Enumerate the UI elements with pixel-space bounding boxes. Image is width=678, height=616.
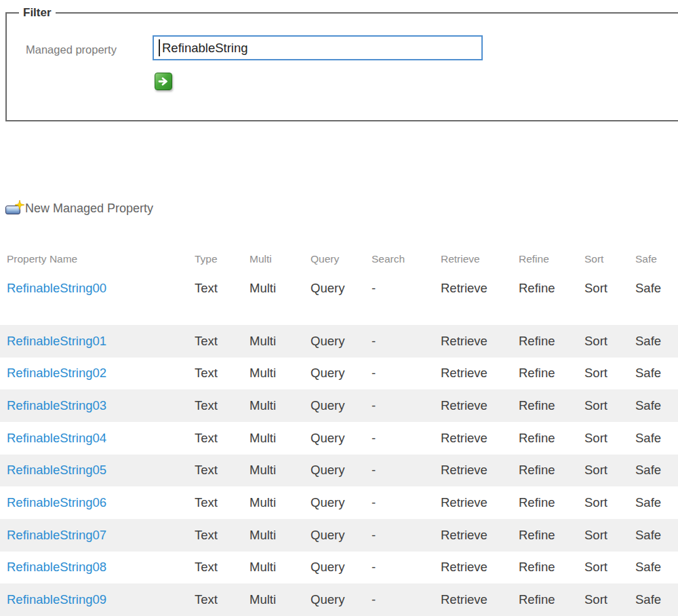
new-managed-property-link[interactable]: New Managed Property [5,201,153,216]
cell-multi: Multi [250,552,311,584]
cell-refine: Refine [519,455,584,487]
cell-safe: Safe [635,455,678,487]
cell-query: Query [311,358,372,390]
new-item-sparkle-icon [5,201,23,216]
property-name-link[interactable]: RefinableString09 [7,592,106,607]
table-row: RefinableString07TextMultiQuery-Retrieve… [0,519,678,552]
managed-properties-table: Property Name Type Multi Query Search Re… [0,246,678,616]
cell-search: - [372,486,441,519]
cell-refine: Refine [519,486,584,519]
cell-multi: Multi [250,486,311,519]
cell-sort: Sort [584,583,635,616]
col-header-multi: Multi [250,246,311,273]
cell-multi: Multi [250,273,311,304]
col-header-query: Query [311,246,372,273]
cell-type: Text [195,552,250,584]
cell-sort: Sort [584,422,635,455]
cell-safe: Safe [635,389,678,422]
property-name-link[interactable]: RefinableString06 [7,495,106,509]
cell-search: - [372,552,441,584]
cell-refine: Refine [519,325,584,358]
cell-retrieve: Retrieve [441,273,519,304]
col-header-type: Type [195,246,250,273]
cell-name: RefinableString01 [0,325,195,358]
cell-safe: Safe [635,325,678,358]
property-name-link[interactable]: RefinableString02 [7,366,106,380]
cell-search: - [372,389,441,422]
cell-safe: Safe [635,422,678,455]
property-name-link[interactable]: RefinableString03 [7,398,106,412]
table-row: RefinableString09TextMultiQuery-Retrieve… [0,583,678,616]
cell-refine: Refine [519,583,584,616]
text-caret [159,39,160,56]
property-name-link[interactable]: RefinableString04 [7,431,106,445]
table-header-row: Property Name Type Multi Query Search Re… [0,246,678,273]
table-row: RefinableString02TextMultiQuery-Retrieve… [0,358,678,390]
col-header-safe: Safe [635,246,678,273]
cell-search: - [372,422,441,455]
cell-safe: Safe [635,273,678,304]
cell-name: RefinableString02 [0,358,195,390]
cell-refine: Refine [519,519,584,552]
cell-name: RefinableString05 [0,455,195,487]
property-name-link[interactable]: RefinableString00 [7,281,106,295]
cell-multi: Multi [250,358,311,390]
cell-sort: Sort [584,486,635,519]
table-row: RefinableString08TextMultiQuery-Retrieve… [0,552,678,584]
table-row: RefinableString04TextMultiQuery-Retrieve… [0,422,678,455]
cell-multi: Multi [250,519,311,552]
cell-safe: Safe [635,486,678,519]
property-name-link[interactable]: RefinableString05 [7,463,106,477]
property-name-link[interactable]: RefinableString08 [7,560,106,574]
managed-properties-page: Filter Managed property New Managed Prop… [0,0,678,616]
cell-retrieve: Retrieve [441,455,519,487]
cell-multi: Multi [250,583,311,616]
cell-name: RefinableString09 [0,583,195,616]
col-header-sort: Sort [584,246,635,273]
cell-query: Query [311,422,372,455]
cell-type: Text [195,486,250,519]
filter-go-button[interactable] [155,73,172,90]
cell-sort: Sort [584,358,635,390]
cell-type: Text [195,519,250,552]
cell-query: Query [311,519,372,552]
cell-refine: Refine [519,389,584,422]
cell-safe: Safe [635,583,678,616]
cell-search: - [372,273,441,304]
cell-search: - [372,519,441,552]
table-row: RefinableString00TextMultiQuery-Retrieve… [0,273,678,304]
cell-sort: Sort [584,325,635,358]
cell-multi: Multi [250,389,311,422]
cell-sort: Sort [584,519,635,552]
cell-retrieve: Retrieve [441,325,519,358]
col-header-property-name: Property Name [0,246,195,273]
managed-property-input[interactable] [153,35,483,60]
cell-query: Query [311,389,372,422]
cell-retrieve: Retrieve [441,519,519,552]
cell-search: - [372,325,441,358]
col-header-retrieve: Retrieve [441,246,519,273]
cell-type: Text [195,422,250,455]
cell-retrieve: Retrieve [441,389,519,422]
property-table-body: RefinableString00TextMultiQuery-Retrieve… [0,273,678,616]
cell-type: Text [195,273,250,304]
cell-query: Query [311,455,372,487]
cell-search: - [372,455,441,487]
cell-refine: Refine [519,273,584,304]
property-name-link[interactable]: RefinableString07 [7,528,106,542]
cell-query: Query [311,273,372,304]
cell-query: Query [311,486,372,519]
cell-name: RefinableString07 [0,519,195,552]
cell-type: Text [195,389,250,422]
table-row: RefinableString06TextMultiQuery-Retrieve… [0,486,678,519]
cell-name: RefinableString03 [0,389,195,422]
cell-multi: Multi [250,422,311,455]
cell-type: Text [195,358,250,390]
property-name-link[interactable]: RefinableString01 [7,334,106,348]
cell-search: - [372,358,441,390]
table-row: RefinableString03TextMultiQuery-Retrieve… [0,389,678,422]
filter-legend: Filter [19,6,56,20]
cell-safe: Safe [635,552,678,584]
col-header-refine: Refine [519,246,584,273]
cell-name: RefinableString06 [0,486,195,519]
